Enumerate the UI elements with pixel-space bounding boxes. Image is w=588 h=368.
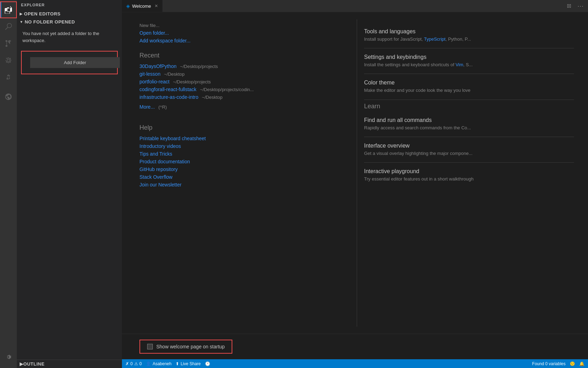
tools-languages-desc: Install support for JavaScript, TypeScri… xyxy=(364,36,574,42)
settings-keybindings-desc: Install the settings and keyboard shortc… xyxy=(364,62,574,68)
color-theme-desc: Make the editor and your code look the w… xyxy=(364,87,574,94)
new-file-link[interactable]: New file... xyxy=(139,23,346,28)
interactive-playground-title: Interactive playground xyxy=(364,168,574,175)
recent-item-name-1[interactable]: git-lesson xyxy=(139,71,160,77)
live-share-button[interactable]: ⬆ Live Share xyxy=(176,361,200,366)
typescript-highlight: TypeScript xyxy=(424,36,445,42)
welcome-tab-close[interactable]: ✕ xyxy=(155,4,158,8)
recent-item-name-4[interactable]: infrastructure-as-code-intro xyxy=(139,94,198,100)
more-recent-link[interactable]: More... xyxy=(139,104,155,110)
warning-count: 0 xyxy=(139,361,142,366)
tools-languages-card[interactable]: Tools and languages Install support for … xyxy=(364,23,574,48)
keyboard-cheatsheet-link[interactable]: Printable keyboard cheatsheet xyxy=(139,136,346,141)
username: Asabeneh xyxy=(152,361,171,366)
error-indicator[interactable]: ✗ 0 ⚠ 0 xyxy=(125,361,142,366)
bell-icon[interactable]: 🔔 xyxy=(579,361,584,366)
stackoverflow-link[interactable]: Stack Overflow xyxy=(139,174,346,180)
add-workspace-link[interactable]: Add workspace folder... xyxy=(139,38,346,43)
settings-keybindings-card[interactable]: Settings and keybindings Install the set… xyxy=(364,48,574,74)
clock-icon: 🕐 xyxy=(205,361,210,366)
extensions-icon[interactable] xyxy=(0,69,17,86)
welcome-left-panel: New file... Open folder... Add workspace… xyxy=(139,19,357,327)
learn-section-label: Learn xyxy=(364,103,574,110)
more-actions-button[interactable]: ··· xyxy=(576,1,585,11)
editor-area: ◈ Welcome ✕ ··· New fi xyxy=(122,0,588,368)
interface-overview-card[interactable]: Interface overview Get a visual overlay … xyxy=(364,137,574,163)
settings-keybindings-title: Settings and keybindings xyxy=(364,54,574,60)
svg-point-2 xyxy=(9,40,11,41)
product-docs-link[interactable]: Product documentation xyxy=(139,159,346,164)
status-bar: ✗ 0 ⚠ 0 👤 Asabeneh ⬆ Live Share 🕐 Found … xyxy=(122,359,588,368)
startup-checkbox[interactable] xyxy=(147,344,153,349)
open-folder-link[interactable]: Open folder... xyxy=(139,30,346,36)
tools-languages-title: Tools and languages xyxy=(364,28,574,35)
help-section-label: Help xyxy=(139,124,346,131)
no-folder-arrow: ▼ xyxy=(20,20,23,24)
found-variables: Found 0 variables xyxy=(532,361,566,366)
sidebar-title: Explorer xyxy=(17,0,122,10)
recent-item-path-4: ~/Desktop xyxy=(202,95,223,100)
user-info[interactable]: 👤 Asabeneh xyxy=(146,361,171,366)
recent-item-4: infrastructure-as-code-intro ~/Desktop xyxy=(139,94,346,100)
error-count: 0 xyxy=(130,361,133,366)
search-icon[interactable] xyxy=(0,18,17,35)
interactive-playground-desc: Try essential editor features out in a s… xyxy=(364,176,574,182)
color-theme-title: Color theme xyxy=(364,80,574,86)
recent-item-name-2[interactable]: portfolio-react xyxy=(139,79,170,84)
intro-videos-link[interactable]: Introductory videos xyxy=(139,143,346,149)
user-icon: 👤 xyxy=(146,361,151,366)
sidebar: Explorer ▶ OPEN EDITORS ▼ NO FOLDER OPEN… xyxy=(17,0,122,368)
error-icon: ✗ xyxy=(125,361,129,366)
outline-arrow: ▶ xyxy=(20,361,23,367)
add-folder-button[interactable]: Add Folder xyxy=(30,57,120,68)
interface-overview-desc: Get a visual overlay highlighting the ma… xyxy=(364,150,574,157)
remote-explorer-icon[interactable] xyxy=(0,88,17,105)
recent-item-path-2: ~/Desktop/projects xyxy=(173,79,211,84)
tab-bar: ◈ Welcome ✕ ··· xyxy=(122,0,588,12)
clock-indicator[interactable]: 🕐 xyxy=(205,361,210,366)
sidebar-section-outline[interactable]: ▶ OUTLINE xyxy=(17,360,122,368)
sidebar-section-no-folder[interactable]: ▼ NO FOLDER OPENED xyxy=(17,18,122,26)
interface-overview-title: Interface overview xyxy=(364,143,574,149)
more-shortcut-hint: (^R) xyxy=(158,104,167,110)
welcome-right-panel: Tools and languages Install support for … xyxy=(357,19,574,327)
sidebar-section-open-editors[interactable]: ▶ OPEN EDITORS xyxy=(17,10,122,18)
welcome-panel: New file... Open folder... Add workspace… xyxy=(122,12,588,334)
no-folder-message: You have not yet added a folder to the w… xyxy=(17,26,122,48)
tab-bar-actions: ··· xyxy=(565,0,588,12)
find-run-commands-title: Find and run all commands xyxy=(364,117,574,123)
find-run-commands-card[interactable]: Find and run all commands Rapidly access… xyxy=(364,111,574,137)
startup-checkbox-wrapper[interactable]: Show welcome page on startup xyxy=(139,340,232,354)
tips-tricks-link[interactable]: Tips and Tricks xyxy=(139,151,346,157)
smiley-icon[interactable]: 🙂 xyxy=(570,361,575,366)
recent-item-path-0: ~/Desktop/projects xyxy=(180,64,218,69)
split-editor-button[interactable] xyxy=(565,2,573,10)
recent-item-0: 30DaysOfPython ~/Desktop/projects xyxy=(139,63,346,69)
warning-icon: ⚠ xyxy=(134,361,138,366)
github-repo-link[interactable]: GitHub repository xyxy=(139,166,346,172)
outline-label: OUTLINE xyxy=(23,361,45,367)
settings-icon[interactable] xyxy=(0,348,17,365)
live-share-icon: ⬆ xyxy=(176,361,179,366)
open-editors-label: OPEN EDITORS xyxy=(24,11,61,16)
welcome-tab-icon: ◈ xyxy=(126,3,130,9)
live-share-label: Live Share xyxy=(180,361,200,366)
activity-bar xyxy=(0,0,17,368)
debug-icon[interactable] xyxy=(0,52,17,69)
no-folder-label: NO FOLDER OPENED xyxy=(25,19,75,25)
interactive-playground-card[interactable]: Interactive playground Try essential edi… xyxy=(364,163,574,188)
welcome-tab[interactable]: ◈ Welcome ✕ xyxy=(122,0,163,12)
source-control-icon[interactable] xyxy=(0,35,17,52)
recent-section-label: Recent xyxy=(139,52,346,59)
newsletter-link[interactable]: Join our Newsletter xyxy=(139,182,346,188)
svg-point-4 xyxy=(7,59,10,62)
recent-item-name-0[interactable]: 30DaysOfPython xyxy=(139,63,177,69)
recent-item-3: codingforall-react-fullstack ~/Desktop/p… xyxy=(139,87,346,92)
recent-item-2: portfolio-react ~/Desktop/projects xyxy=(139,79,346,84)
explorer-icon[interactable] xyxy=(0,1,17,18)
open-editors-arrow: ▶ xyxy=(20,12,23,16)
recent-item-name-3[interactable]: codingforall-react-fullstack xyxy=(139,87,197,92)
status-bar-right: Found 0 variables 🙂 🔔 xyxy=(532,361,584,366)
color-theme-card[interactable]: Color theme Make the editor and your cod… xyxy=(364,74,574,100)
startup-label: Show welcome page on startup xyxy=(156,344,225,349)
